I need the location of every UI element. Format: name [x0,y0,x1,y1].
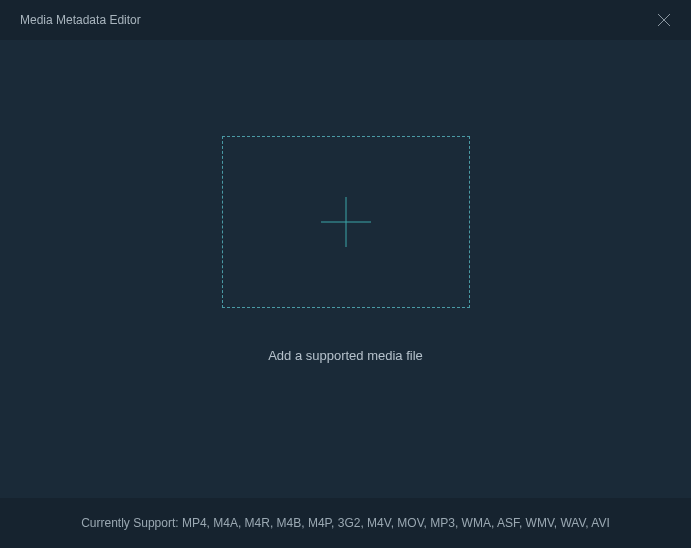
footer-bar: Currently Support: MP4, M4A, M4R, M4B, M… [0,498,691,548]
add-media-dropzone[interactable] [222,136,470,308]
titlebar-title: Media Metadata Editor [20,13,141,27]
dropzone-label: Add a supported media file [268,348,423,363]
plus-icon [321,197,371,247]
main-content: Add a supported media file [0,40,691,498]
supported-formats-text: Currently Support: MP4, M4A, M4R, M4B, M… [81,516,610,530]
close-icon[interactable] [657,13,671,27]
titlebar: Media Metadata Editor [0,0,691,40]
